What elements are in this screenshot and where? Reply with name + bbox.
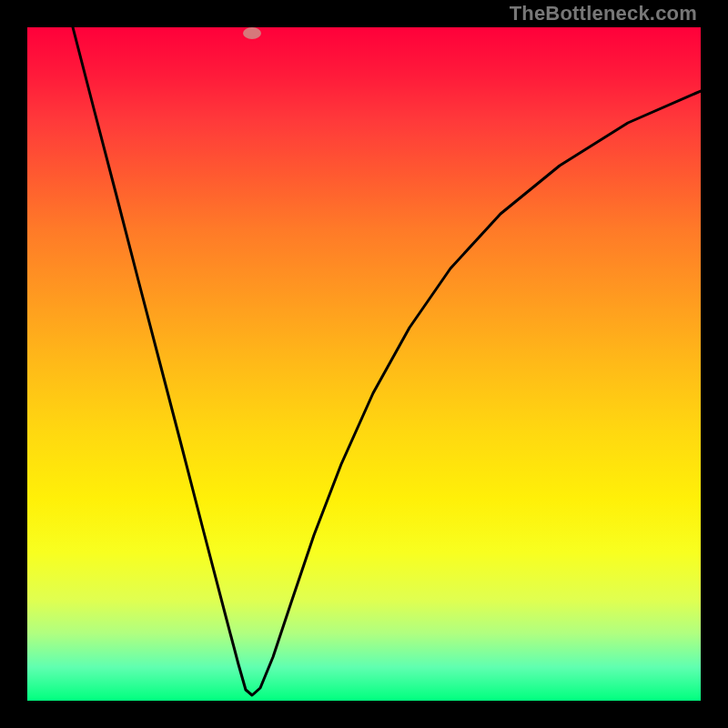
optimum-marker (243, 27, 261, 39)
plot-area (27, 27, 701, 701)
chart-frame: TheBottleneck.com (0, 0, 728, 728)
bottleneck-curve (73, 27, 701, 695)
curve-svg (27, 27, 701, 701)
watermark-text: TheBottleneck.com (510, 2, 697, 25)
